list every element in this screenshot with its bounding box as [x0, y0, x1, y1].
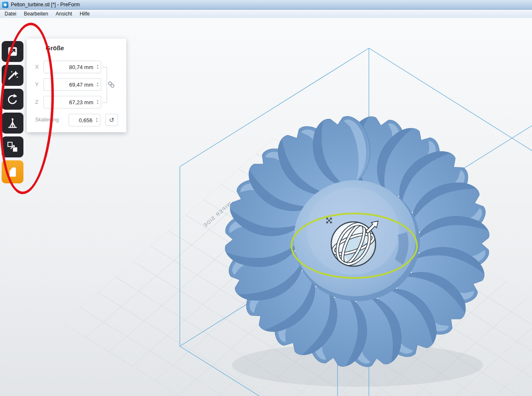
size-z-input[interactable]: [44, 96, 95, 108]
axis-label-x: X: [33, 61, 40, 73]
size-x-field[interactable]: ▲ ▼: [43, 61, 101, 73]
menu-item-ansicht[interactable]: Ansicht: [52, 10, 76, 18]
menu-item-bearbeiten[interactable]: Bearbeiten: [20, 10, 52, 18]
preform-window: WIPER SIDE: [0, 0, 532, 396]
titlebar[interactable]: Pelton_turbine.stl [*] - PreForm: [0, 0, 532, 10]
rotate-tool-icon: [6, 93, 19, 105]
window-title: Pelton_turbine.stl [*] - PreForm: [11, 2, 80, 8]
layout-tool-button[interactable]: [2, 136, 23, 157]
axis-label-z: Z: [33, 96, 40, 108]
spin-down-icon[interactable]: ▼: [94, 120, 100, 123]
left-toolbar: [2, 41, 23, 157]
reset-scale-button[interactable]: ↺: [105, 114, 118, 126]
spin-down-icon[interactable]: ▼: [95, 85, 101, 87]
menu-item-datei[interactable]: Datei: [1, 10, 20, 18]
menu-item-hilfe[interactable]: Hilfe: [76, 10, 93, 18]
size-z-spinner: ▲ ▼: [95, 96, 101, 108]
rotate-tool-button[interactable]: [2, 89, 23, 110]
print-button[interactable]: [2, 160, 23, 183]
size-panel-title: Größe: [46, 44, 64, 51]
spin-up-icon[interactable]: ▲: [94, 117, 100, 120]
scale-label: Skalierung: [35, 114, 59, 126]
size-y-input[interactable]: [44, 79, 95, 90]
layout-tool-icon: [6, 141, 19, 153]
print-cartridge-icon: [6, 165, 19, 179]
size-x-spinner: ▲ ▼: [95, 61, 101, 73]
size-panel: Größe X ▲ ▼ Y ▲ ▼ Z ▲ ▼: [27, 39, 126, 132]
scale-factor-field[interactable]: ▲ ▼: [69, 114, 100, 126]
supports-tool-icon: [6, 117, 19, 129]
uniform-scale-bracket: [102, 67, 107, 103]
size-y-field[interactable]: ▲ ▼: [43, 78, 101, 91]
scale-tool-icon: [6, 45, 19, 58]
reset-icon: ↺: [109, 116, 115, 124]
app-icon: [2, 2, 8, 8]
axis-label-y: Y: [33, 78, 40, 91]
spin-down-icon[interactable]: ▼: [95, 102, 101, 105]
size-z-field[interactable]: ▲ ▼: [43, 96, 101, 108]
scale-spinner: ▲ ▼: [94, 114, 100, 126]
uniform-scale-link-button[interactable]: [107, 81, 115, 88]
size-y-spinner: ▲ ▼: [95, 79, 101, 90]
supports-tool-button[interactable]: [2, 113, 23, 134]
chain-link-icon: [107, 81, 115, 88]
spin-up-icon[interactable]: ▲: [95, 64, 101, 67]
magic-wand-orient-icon: [6, 69, 19, 82]
spin-down-icon[interactable]: ▼: [95, 67, 101, 70]
size-x-input[interactable]: [44, 61, 95, 73]
menubar: Datei Bearbeiten Ansicht Hilfe: [0, 10, 532, 18]
spin-up-icon[interactable]: ▲: [95, 82, 101, 85]
orient-tool-button[interactable]: [2, 65, 23, 86]
scale-tool-button[interactable]: [2, 41, 23, 62]
scale-factor-input[interactable]: [69, 114, 94, 126]
spin-up-icon[interactable]: ▲: [95, 99, 101, 102]
